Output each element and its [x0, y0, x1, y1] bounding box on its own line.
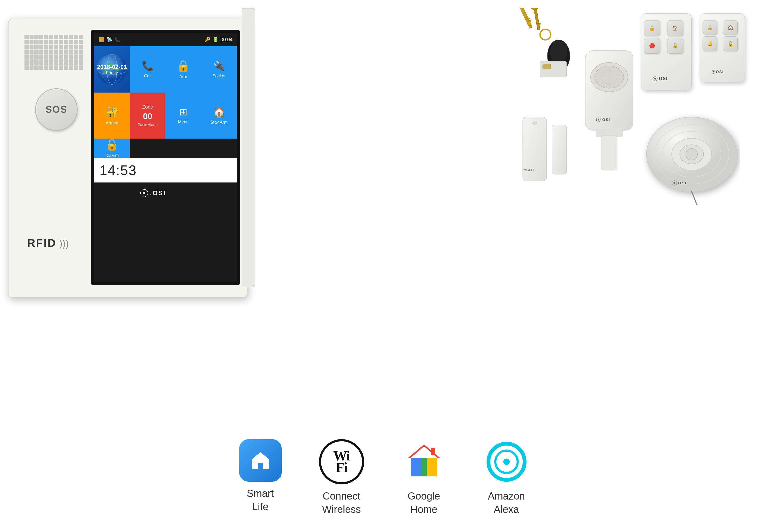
alexa-group: AmazonAlexa	[484, 439, 529, 516]
svg-point-27	[654, 78, 656, 80]
svg-point-21	[550, 40, 567, 64]
clock-time: 14:53	[99, 163, 137, 178]
speaker-grille: // Will be rendered via JS below	[24, 35, 83, 70]
tile-date[interactable]: 2018-02-01 Friday	[94, 46, 130, 93]
wifi-status-icon: 📡	[106, 37, 112, 43]
svg-text:OSI: OSI	[528, 168, 534, 171]
product-area: // Will be rendered via JS below SOS RFI…	[8, 8, 753, 367]
remote-btn-unlock[interactable]: 🔓	[667, 38, 683, 54]
remote-2: 🔒 🏠 🔔 🔓 OSI	[700, 13, 745, 82]
svg-point-57	[674, 182, 675, 184]
key-icon: 🔑	[205, 37, 210, 43]
bottom-section: SmartLife Wi Fi ConnectWireless	[0, 439, 768, 516]
remote-2-btn-home[interactable]: 🏠	[723, 20, 738, 35]
remote-2-logo-svg: OSI	[712, 69, 733, 75]
panel-edge	[242, 8, 255, 287]
svg-rect-61	[421, 458, 427, 476]
tile-menu[interactable]: ⊞ Menu	[165, 93, 201, 139]
rfid-text: RFID	[27, 237, 56, 249]
sos-label: SOS	[45, 104, 67, 115]
tile-call[interactable]: 📞 Call	[130, 46, 165, 93]
armed-icon: 🔐	[105, 106, 119, 119]
svg-rect-43	[523, 117, 547, 181]
svg-point-44	[533, 121, 537, 125]
siren-svg: OSI	[638, 101, 740, 213]
menu-label: Menu	[178, 120, 189, 124]
smart-life-icon[interactable]	[239, 439, 282, 482]
tile-stay-arm[interactable]: 🏠 Stay Arm	[201, 93, 237, 139]
alexa-icon[interactable]	[484, 439, 529, 484]
arm-icon: 🔒	[176, 59, 190, 72]
status-right: 🔑 🔋 00:04	[205, 37, 233, 43]
remote-btn-lock[interactable]: 🔒	[644, 20, 660, 36]
svg-rect-45	[552, 125, 567, 174]
svg-rect-60	[411, 458, 421, 476]
wifi-label: ConnectWireless	[322, 490, 361, 516]
status-left: 📶 📡 📞	[98, 37, 120, 43]
svg-point-47	[525, 169, 526, 171]
svg-rect-17	[538, 23, 541, 24]
battery-icon: 🔋	[213, 37, 218, 43]
alarm-panel: // Will be rendered via JS below SOS RFI…	[8, 19, 247, 298]
tile-arm[interactable]: 🔒 Arm	[165, 46, 201, 93]
svg-rect-62	[427, 458, 437, 476]
socket-icon: 🔌	[213, 60, 225, 72]
remote-btn-home[interactable]: 🏠	[667, 20, 683, 36]
pir-sensor: OSI	[580, 35, 638, 176]
tile-date-value: 2018-02-01	[97, 64, 127, 70]
svg-text:OSI: OSI	[678, 181, 687, 185]
wifi-icon-container[interactable]: Wi Fi	[319, 439, 364, 484]
zone-top-label: Zone	[142, 104, 153, 110]
svg-point-30	[713, 71, 714, 73]
svg-rect-63	[431, 448, 435, 455]
keys-svg	[505, 8, 591, 77]
call-label: Call	[144, 74, 151, 78]
signal-icon: 📶	[98, 37, 104, 43]
sos-button[interactable]: SOS	[35, 88, 78, 131]
tile-panic[interactable]: Zone 00 Panic Alarm	[130, 93, 165, 139]
google-home-group: GoogleHome	[401, 439, 447, 516]
touch-screen[interactable]: 📶 📡 📞 🔑 🔋 00:04	[91, 30, 240, 285]
screen-clock: 14:53	[94, 158, 237, 182]
svg-rect-42	[601, 136, 617, 170]
alexa-label: AmazonAlexa	[488, 490, 525, 516]
svg-text:.OSI: .OSI	[150, 189, 166, 197]
svg-point-59	[259, 453, 261, 455]
smart-life-label: SmartLife	[247, 487, 274, 513]
tile-day-value: Friday	[106, 70, 118, 75]
status-time: 00:04	[221, 37, 233, 43]
call-icon: 📞	[142, 60, 154, 72]
rfid-waves-icon: )))	[59, 238, 69, 249]
door-sensor-svg: OSI	[521, 112, 575, 186]
screen-bottom: .OSI	[94, 182, 237, 204]
remote-2-btn-unlock[interactable]: 🔓	[723, 36, 738, 51]
zone-number: 00	[143, 112, 152, 120]
tile-disarm[interactable]: 🔓 Disarm	[94, 139, 130, 158]
door-sensor: OSI	[521, 112, 575, 187]
status-bar: 📶 📡 📞 🔑 🔋 00:04	[94, 33, 237, 46]
svg-text:OSI: OSI	[659, 76, 668, 81]
disarm-label: Disarm	[105, 153, 119, 158]
phone-icon: 📞	[114, 37, 120, 43]
stay-arm-label: Stay Arm	[210, 120, 228, 125]
svg-point-7	[143, 192, 145, 194]
armed-label: Armed	[106, 121, 118, 126]
disarm-icon: 🔓	[105, 139, 119, 151]
svg-point-39	[598, 119, 599, 120]
google-home-icon[interactable]	[401, 439, 447, 484]
tile-armed[interactable]: 🔐 Armed	[94, 93, 130, 139]
pir-svg: OSI	[580, 35, 638, 176]
svg-rect-15	[534, 8, 540, 28]
stay-arm-icon: 🏠	[213, 106, 225, 118]
remote-2-btn-lock[interactable]: 🔒	[703, 20, 717, 35]
tile-socket[interactable]: 🔌 Socket	[201, 46, 237, 93]
osi-logo-screen: .OSI	[139, 188, 192, 198]
remote-2-btn-sos[interactable]: 🔔	[703, 36, 717, 51]
panic-label: Panic Alarm	[138, 123, 158, 127]
svg-point-25	[540, 29, 551, 40]
svg-point-66	[503, 459, 510, 465]
wifi-group: Wi Fi ConnectWireless	[319, 439, 364, 516]
remote-btn-sos[interactable]: 🔴	[644, 38, 660, 54]
tile-grid: 2018-02-01 Friday 📞 Call 🔒 Arm 🔌	[94, 46, 237, 158]
smart-life-group: SmartLife	[239, 439, 282, 513]
